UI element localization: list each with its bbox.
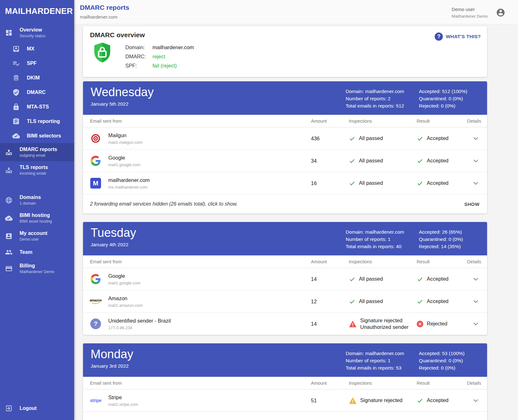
sidebar-item-label: Team bbox=[20, 249, 33, 255]
sidebar-item-label: MTA-STS bbox=[27, 104, 49, 110]
field-value: fail (reject) bbox=[152, 63, 194, 69]
check-icon bbox=[349, 298, 355, 305]
page-subtitle: mailhardener.com bbox=[80, 14, 129, 20]
sender-domain: mx.mailhardener.com bbox=[108, 185, 150, 190]
stat-reports: Number of reports: 1 bbox=[346, 236, 419, 243]
sidebar-item-team[interactable]: Team bbox=[0, 245, 74, 260]
col-header-result: Result bbox=[417, 119, 467, 124]
col-header-amount: Amount bbox=[311, 381, 349, 386]
field-label: DMARC: bbox=[125, 54, 149, 60]
sidebar-item-my-account[interactable]: My accountDemo user bbox=[0, 227, 74, 245]
rejected-icon bbox=[417, 321, 423, 327]
sidebar-item-label: Billing bbox=[20, 263, 54, 269]
hidden-services-note[interactable]: 2 forwarding email services hidden (26 e… bbox=[90, 201, 238, 207]
dmarc-overview-card: DMARC overview ? WHAT'S THIS? Domain: ma… bbox=[83, 26, 487, 77]
sidebar-item-label: DMARC bbox=[27, 90, 46, 95]
mailgun-icon bbox=[90, 133, 101, 144]
app-logo: MAILHARDENER bbox=[0, 0, 74, 24]
amount-value: 12 bbox=[311, 299, 349, 305]
sender-domain: mail1.stripe.com bbox=[108, 402, 138, 407]
sender-domain: mail1.google.com bbox=[108, 281, 140, 285]
sidebar-item-overview[interactable]: OverviewSecurity status bbox=[0, 24, 74, 42]
sidebar-item-dkim[interactable]: DKIM bbox=[0, 71, 74, 85]
check-icon bbox=[417, 298, 423, 305]
sidebar-item-mta-sts[interactable]: MTA-STS bbox=[0, 100, 74, 114]
sidebar-item-mx[interactable]: MX bbox=[0, 42, 74, 56]
result-text: Accepted bbox=[427, 276, 449, 282]
logout-icon bbox=[5, 405, 13, 412]
chevron-down-icon[interactable] bbox=[473, 399, 478, 402]
day-name: Wednesday bbox=[91, 85, 154, 99]
sidebar-item-sublabel: 1 domain bbox=[20, 201, 41, 206]
help-icon: ? bbox=[435, 32, 443, 41]
sidebar-item-domains[interactable]: Domains1 domain bbox=[0, 191, 74, 209]
sidebar-item-bimi-hosting[interactable]: BIMI hostingBIMI asset hosting bbox=[0, 209, 74, 227]
chevron-down-icon[interactable] bbox=[473, 182, 478, 185]
stat-reports: Number of reports: 1 bbox=[346, 357, 419, 364]
credit-card-icon bbox=[5, 265, 13, 272]
sidebar-item-tls-reporting[interactable]: TLS reporting bbox=[0, 114, 74, 129]
chevron-down-icon[interactable] bbox=[473, 300, 478, 303]
overview-title: DMARC overview bbox=[90, 31, 480, 39]
table-row: Mailgun mail1.mailgun.com 436 All passed… bbox=[83, 127, 487, 150]
stat-rejected: Rejected: 14 (35%) bbox=[419, 243, 478, 250]
check-icon bbox=[349, 276, 355, 283]
sidebar-item-label: DKIM bbox=[27, 75, 40, 81]
show-button[interactable]: SHOW bbox=[464, 199, 480, 209]
col-header-result: Result bbox=[417, 259, 467, 264]
lock-icon bbox=[12, 103, 20, 111]
stat-quarantined: Quarantined: 0 (0%) bbox=[419, 95, 478, 102]
stat-accepted: Accepted: 512 (100%) bbox=[419, 88, 478, 95]
stat-rejected: Rejected: 0 (0%) bbox=[419, 364, 478, 371]
sidebar-item-bimi-selectors[interactable]: BIMI selectors bbox=[0, 129, 74, 143]
sidebar-item-sublabel: Security status bbox=[20, 34, 45, 38]
chevron-down-icon[interactable] bbox=[473, 278, 478, 281]
checklist-icon bbox=[12, 60, 20, 67]
check-icon bbox=[417, 397, 423, 404]
sidebar-item-spf[interactable]: SPF bbox=[0, 56, 74, 71]
stat-domain: Domain: mailhardener.com bbox=[346, 88, 419, 95]
cut-off-row bbox=[83, 412, 487, 420]
whats-this-button[interactable]: ? WHAT'S THIS? bbox=[435, 32, 481, 41]
google-icon bbox=[90, 273, 101, 285]
chevron-down-icon[interactable] bbox=[473, 323, 478, 325]
table-row: ? Unidentified sender - Brazil 177.0.86.… bbox=[83, 313, 487, 335]
logout-button[interactable]: Logout bbox=[0, 401, 74, 416]
day-header: Wednesday January 5th 2022 Domain: mailh… bbox=[83, 81, 487, 115]
sender-domain: mail1.amazon.com bbox=[108, 303, 143, 308]
table-row: M mailhardener.com mx.mailhardener.com 1… bbox=[83, 172, 487, 195]
amount-value: 16 bbox=[311, 180, 349, 186]
sidebar-item-billing[interactable]: BillingMailhardener Demo bbox=[0, 260, 74, 277]
sender-domain: mail1.google.com bbox=[108, 162, 140, 167]
day-card-tuesday: Tuesday January 4th 2022 Domain: mailhar… bbox=[83, 222, 487, 335]
sidebar-item-dmarc-reports[interactable]: DMARC reportsoutgoing email bbox=[0, 143, 74, 161]
sidebar-item-sublabel: outgoing email bbox=[20, 153, 57, 158]
stat-total-emails: Total emails in reports: 53 bbox=[346, 364, 419, 371]
sender-name: Amazon bbox=[108, 295, 143, 301]
inspection-text: All passed bbox=[359, 298, 383, 305]
amount-value: 14 bbox=[311, 276, 349, 282]
chevron-down-icon[interactable] bbox=[473, 160, 478, 162]
field-label: SPF: bbox=[125, 63, 149, 69]
stat-total-emails: Total emails in reports: 40 bbox=[346, 243, 419, 250]
chevron-down-icon[interactable] bbox=[473, 137, 478, 140]
sidebar-item-dmarc[interactable]: DMARC bbox=[0, 85, 74, 100]
sender-name: mailhardener.com bbox=[108, 177, 150, 183]
hidden-services-row: 2 forwarding email services hidden (26 e… bbox=[83, 195, 487, 213]
stat-quarantined: Quarantined: 0 (0%) bbox=[419, 236, 478, 243]
check-icon bbox=[349, 158, 355, 164]
error-triangle-icon bbox=[349, 320, 357, 328]
col-header-result: Result bbox=[417, 381, 467, 386]
result-text: Accepted bbox=[427, 298, 449, 305]
sender-name: Unidentified sender - Brazil bbox=[108, 318, 171, 324]
sidebar-item-label: TLS reports bbox=[20, 165, 48, 170]
amount-value: 51 bbox=[311, 398, 349, 404]
account-circle-icon[interactable] bbox=[496, 8, 505, 17]
day-card-monday: Monday January 3rd 2022 Domain: mailhard… bbox=[83, 343, 487, 420]
sidebar-item-tls-reports[interactable]: TLS reportsincoming email bbox=[0, 161, 74, 179]
check-icon bbox=[417, 180, 423, 187]
col-header-inspections: Inspections bbox=[349, 381, 417, 386]
cloud-check-icon bbox=[5, 214, 13, 222]
col-header-amount: Amount bbox=[311, 119, 349, 124]
inspection-text: All passed bbox=[359, 157, 383, 164]
